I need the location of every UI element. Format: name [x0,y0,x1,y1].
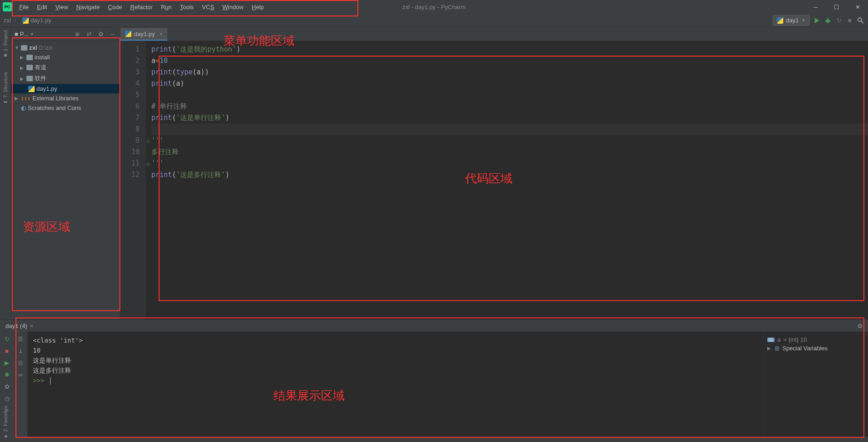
variable-row[interactable]: 01 a = {int} 10 [767,335,864,344]
maximize-button[interactable]: ☐ [826,0,847,14]
run-with-coverage-button[interactable]: ↻ [835,17,842,24]
close-button[interactable]: ✕ [847,0,868,14]
menu-view[interactable]: View [52,2,72,12]
tree-scratches-label: Scratches and Cons [28,104,81,111]
python-icon [28,86,35,92]
chevron-right-icon: ▶ [767,346,772,351]
console-left-toolbar-2: ☰ ⤓ ⎙ ∞ [14,332,27,437]
special-variables-row[interactable]: ▶ ⊞ Special Variables [767,344,864,353]
favorites-tool-tab[interactable]: ★2: Favorites [0,406,11,439]
chevron-right-icon: ▶ [15,96,19,101]
show-vars-icon[interactable]: ∞ [17,371,24,378]
hide-icon[interactable]: ─ [109,31,116,38]
code-content[interactable]: print('这是我的python')a=10print(type(a))pri… [146,41,868,319]
tree-external-libraries[interactable]: ▶ ⫾⫾⫾ External Libraries [11,94,120,103]
var-type-badge: 01 [767,338,775,342]
print-icon[interactable]: ⎙ [17,359,24,366]
project-tree: ▼ zxl D:\zxl ▶install▶有道▶软件 day1.py ▶ ⫾⫾… [11,41,120,114]
tree-file[interactable]: day1.py [11,84,120,94]
tree-folder-label: 软件 [35,74,46,83]
tree-folder[interactable]: ▶install [11,52,120,62]
menu-run[interactable]: Run [157,2,176,12]
tree-folder[interactable]: ▶软件 [11,73,120,84]
menu-edit[interactable]: Edit [33,2,51,12]
run-config-label: day1 [786,17,799,24]
folder-icon [26,76,33,81]
breadcrumb-file[interactable]: day1.py [22,17,52,24]
search-icon[interactable] [857,17,864,24]
chevron-down-icon: ▼ [15,45,19,50]
navbar: zxl 〉 day1.py day1 ▼ ↻ ■ [0,14,868,27]
close-icon[interactable]: × [160,31,163,37]
app-icon: PC [3,2,12,11]
python-icon [22,17,29,24]
stop-button[interactable]: ■ [846,17,853,24]
expand-icon[interactable]: ⇄ [85,31,93,38]
code-editor[interactable]: 123456789101112 print('这是我的python')a=10p… [120,41,868,319]
window-title: zxl - day1.py - PyCharm [403,4,466,10]
tree-folder-label: install [35,54,50,61]
project-sidebar: ■ P... ▼ ⊕ ⇄ ✿ ─ ▼ zxl D:\zxl ▶install▶有… [11,27,120,319]
soft-wrap-icon[interactable]: ☰ [17,335,24,343]
editor-tab[interactable]: day1.py × [120,28,167,41]
special-vars-icon: ⊞ [775,345,780,352]
target-icon[interactable]: ⊕ [73,31,81,38]
tree-root[interactable]: ▼ zxl D:\zxl [11,43,120,52]
menu-code[interactable]: Code [104,2,126,12]
svg-point-1 [826,19,830,23]
tree-folder-label: 有道 [35,63,46,72]
menubar: FileEditViewNavigateCodeRefactorRunTools… [16,2,268,12]
folder-icon [26,65,33,70]
chevron-right-icon: ▶ [20,65,25,70]
window-controls: ─ ☐ ✕ [805,0,868,14]
run-button[interactable] [813,17,821,24]
folder-icon [21,45,27,51]
close-icon[interactable]: × [30,322,34,329]
tree-folder[interactable]: ▶有道 [11,62,120,73]
chevron-right-icon: ▶ [20,76,25,81]
gear-icon[interactable]: ✿ [97,31,104,38]
gear-icon[interactable]: ✿ [858,322,863,329]
tree-file-label: day1.py [36,85,57,92]
menu-refactor[interactable]: Refactor [127,2,156,12]
run-tool-window: day1 (4) × ✿ ↻ ■ ▶ ✱ ✿ ◷ ＋ ☰ ⤓ ⎙ ∞ <clas… [0,319,868,437]
var-name: a [777,336,780,343]
python-icon [777,17,783,24]
console-body: ↻ ■ ▶ ✱ ✿ ◷ ＋ ☰ ⤓ ⎙ ∞ <class 'int'>10这是单… [0,332,868,437]
menu-tools[interactable]: Tools [176,2,197,12]
menu-window[interactable]: Window [219,2,247,12]
sidebar-header: ■ P... ▼ ⊕ ⇄ ✿ ─ [11,27,120,41]
special-vars-label: Special Variables [782,345,827,352]
chevron-right-icon: 〉 [14,16,20,25]
tree-scratches[interactable]: ◐ Scratches and Cons [11,103,120,113]
debug-button[interactable] [824,17,832,24]
chevron-right-icon: ▶ [20,55,25,60]
breadcrumb-root[interactable]: zxl [4,17,11,24]
tree-root-label: zxl [29,44,37,51]
run-config-selector[interactable]: day1 ▼ [773,15,810,26]
console-output[interactable]: <class 'int'>10这是单行注释这是多行注释>>> [27,332,763,437]
sidebar-title[interactable]: ■ P... ▼ [15,31,34,37]
console-tab-bar: day1 (4) × ✿ [0,320,868,332]
python-icon [125,31,131,37]
chevron-down-icon: ▼ [801,18,806,23]
var-value: = {int} 10 [783,336,807,343]
menu-navigate[interactable]: Navigate [72,2,103,12]
left-bottom-strip: ★2: Favorites [0,32,11,442]
editor-area: day1.py × 123456789101112 print('这是我的pyt… [120,27,868,319]
menu-vcs[interactable]: VCS [198,2,218,12]
minimize-button[interactable]: ─ [805,0,826,14]
menu-help[interactable]: Help [248,2,268,12]
breadcrumb-file-label: day1.py [31,17,52,24]
svg-line-6 [861,21,863,23]
variables-panel: 01 a = {int} 10 ▶ ⊞ Special Variables [763,332,868,437]
gutter: 123456789101112 [120,41,146,319]
svg-marker-0 [815,18,819,23]
main-area: ■1: Project ⬍7: Structure ■ P... ▼ ⊕ ⇄ ✿… [0,27,868,319]
editor-tab-label: day1.py [134,31,155,37]
editor-tab-bar: day1.py × [120,27,868,41]
menu-file[interactable]: File [16,2,32,12]
scroll-to-end-icon[interactable]: ⤓ [17,347,24,354]
breadcrumb[interactable]: zxl 〉 day1.py [4,16,51,25]
svg-point-5 [858,18,862,21]
